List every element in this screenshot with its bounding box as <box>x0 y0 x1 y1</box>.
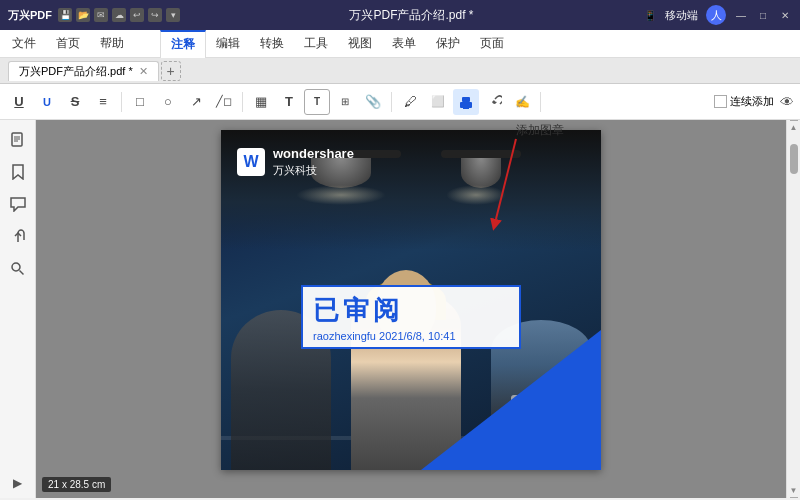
separator-3 <box>391 92 392 112</box>
wondershare-logo: W wondershare 万兴科技 <box>237 146 354 177</box>
stamp-sub-text: raozhexingfu 2021/6/8, 10:41 <box>313 330 509 342</box>
scroll-down-arrow[interactable]: ▼ <box>790 484 798 498</box>
stamp-tool[interactable] <box>453 89 479 115</box>
page-dimensions: 21 x 28.5 cm <box>42 477 111 492</box>
continuous-add-label: 连续添加 <box>730 94 774 109</box>
blue-corner <box>421 330 601 470</box>
tab-edit[interactable]: 编辑 <box>206 30 250 58</box>
sidebar-attachments-icon[interactable] <box>6 224 30 248</box>
separator-2 <box>242 92 243 112</box>
eye-icon[interactable]: 👁 <box>780 94 794 110</box>
right-scrollbar[interactable]: ▲ ▼ <box>786 120 800 498</box>
toolbar-right: 连续添加 👁 <box>714 94 794 110</box>
continuous-add-checkbox[interactable] <box>714 95 727 108</box>
continuous-add-wrapper: 连续添加 <box>714 94 774 109</box>
sidebar-comments-icon[interactable] <box>6 192 30 216</box>
minimize-button[interactable]: — <box>734 8 748 22</box>
new-tab-button[interactable]: + <box>161 61 181 81</box>
scroll-thumb[interactable] <box>790 144 798 174</box>
arrow-tool[interactable]: ↗ <box>183 89 209 115</box>
lamp-glow-1 <box>296 185 386 205</box>
svg-line-8 <box>20 270 24 274</box>
mobile-label: 移动端 <box>665 8 698 23</box>
highlight-tool[interactable]: ≡ <box>90 89 116 115</box>
underline2-tool[interactable]: U <box>34 89 60 115</box>
svg-point-7 <box>12 263 20 271</box>
underline-tool[interactable]: U <box>6 89 32 115</box>
signature-tool[interactable]: ✍ <box>509 89 535 115</box>
company-name-cn: 万兴科技 <box>273 163 354 177</box>
add-stamp-tooltip: 添加图章 <box>516 122 564 139</box>
undo-icon[interactable]: ↩ <box>130 8 144 22</box>
callout-tool[interactable]: ⊞ <box>332 89 358 115</box>
open-icon[interactable]: 📂 <box>76 8 90 22</box>
lamp-shade-2 <box>461 158 501 188</box>
eraser-tool[interactable]: ⬜ <box>425 89 451 115</box>
annotation-toolbar: U U S ≡ □ ○ ↗ ╱◻ ▦ T T ⊞ 📎 🖊 ⬜ ✍ 连续添加 👁 <box>0 84 800 120</box>
stamp-box[interactable]: 已审阅 raozhexingfu 2021/6/8, 10:41 <box>301 285 521 349</box>
sidebar-bookmarks-icon[interactable] <box>6 160 30 184</box>
menu-help[interactable]: 帮助 <box>96 33 128 54</box>
title-bar-icons: 💾 📂 ✉ ☁ ↩ ↪ ▾ <box>58 8 180 22</box>
lamp-2 <box>441 150 521 158</box>
document-tab-label: 万兴PDF产品介绍.pdf * <box>19 64 133 79</box>
logo-text: wondershare 万兴科技 <box>273 146 354 177</box>
mobile-icon[interactable]: 📱 <box>643 8 657 22</box>
maximize-button[interactable]: □ <box>756 8 770 22</box>
logo-mark: W <box>237 148 265 176</box>
lamp-glow-2 <box>446 185 506 205</box>
separator-4 <box>540 92 541 112</box>
sidebar-pages-icon[interactable] <box>6 128 30 152</box>
save-icon[interactable]: 💾 <box>58 8 72 22</box>
document-tab-bar: 万兴PDF产品介绍.pdf * ✕ + <box>0 58 800 84</box>
pencil-tool[interactable]: ╱◻ <box>211 89 237 115</box>
text-tool[interactable]: T <box>276 89 302 115</box>
scroll-up-arrow[interactable]: ▲ <box>790 120 798 134</box>
pen-tool[interactable]: 🖊 <box>397 89 423 115</box>
dropdown-icon[interactable]: ▾ <box>166 8 180 22</box>
tab-view[interactable]: 视图 <box>338 30 382 58</box>
title-bar: 万兴PDF 💾 📂 ✉ ☁ ↩ ↪ ▾ 万兴PDF产品介绍.pdf * 📱 移动… <box>0 0 800 30</box>
tab-form[interactable]: 表单 <box>382 30 426 58</box>
sidebar-collapse-arrow[interactable]: ▶ <box>13 476 22 490</box>
file-title: 万兴PDF产品介绍.pdf * <box>180 7 643 24</box>
main-area: ▶ 添加图章 <box>0 120 800 498</box>
tab-close-icon[interactable]: ✕ <box>139 65 148 78</box>
tab-convert[interactable]: 转换 <box>250 30 294 58</box>
menu-bar: 文件 首页 帮助 注释 编辑 转换 工具 视图 表单 保护 页面 <box>0 30 800 58</box>
textbox-tool[interactable]: T <box>304 89 330 115</box>
email-icon[interactable]: ✉ <box>94 8 108 22</box>
sidebar-search-icon[interactable] <box>6 256 30 280</box>
menu-home[interactable]: 首页 <box>52 33 84 54</box>
document-tab[interactable]: 万兴PDF产品介绍.pdf * ✕ <box>8 61 159 81</box>
tab-tools[interactable]: 工具 <box>294 30 338 58</box>
redo-icon[interactable]: ↪ <box>148 8 162 22</box>
left-sidebar: ▶ <box>0 120 36 498</box>
app-logo: 万兴PDF <box>8 8 52 23</box>
close-button[interactable]: ✕ <box>778 8 792 22</box>
menu-file[interactable]: 文件 <box>8 33 40 54</box>
pdf-content: 添加图章 <box>36 120 786 498</box>
rectangle-tool[interactable]: □ <box>127 89 153 115</box>
cloud-icon[interactable]: ☁ <box>112 8 126 22</box>
ellipse-tool[interactable]: ○ <box>155 89 181 115</box>
pdf-page: W wondershare 万兴科技 已审阅 raozhexingfu 2021… <box>221 130 601 470</box>
strikethrough-tool[interactable]: S <box>62 89 88 115</box>
link-tool[interactable] <box>481 89 507 115</box>
user-icon[interactable]: 人 <box>706 5 726 25</box>
company-name-en: wondershare <box>273 146 354 163</box>
svg-rect-2 <box>463 108 469 109</box>
tab-annotate[interactable]: 注释 <box>160 30 206 58</box>
title-bar-right: 📱 移动端 人 — □ ✕ <box>643 5 792 25</box>
attachment-tool[interactable]: 📎 <box>360 89 386 115</box>
tab-protect[interactable]: 保护 <box>426 30 470 58</box>
stamp-main-text: 已审阅 <box>313 293 509 328</box>
title-bar-left: 万兴PDF 💾 📂 ✉ ☁ ↩ ↪ ▾ <box>8 8 180 23</box>
separator-1 <box>121 92 122 112</box>
comment-tool[interactable]: ▦ <box>248 89 274 115</box>
tab-page[interactable]: 页面 <box>470 30 514 58</box>
svg-rect-1 <box>462 97 470 102</box>
svg-rect-0 <box>460 102 472 108</box>
